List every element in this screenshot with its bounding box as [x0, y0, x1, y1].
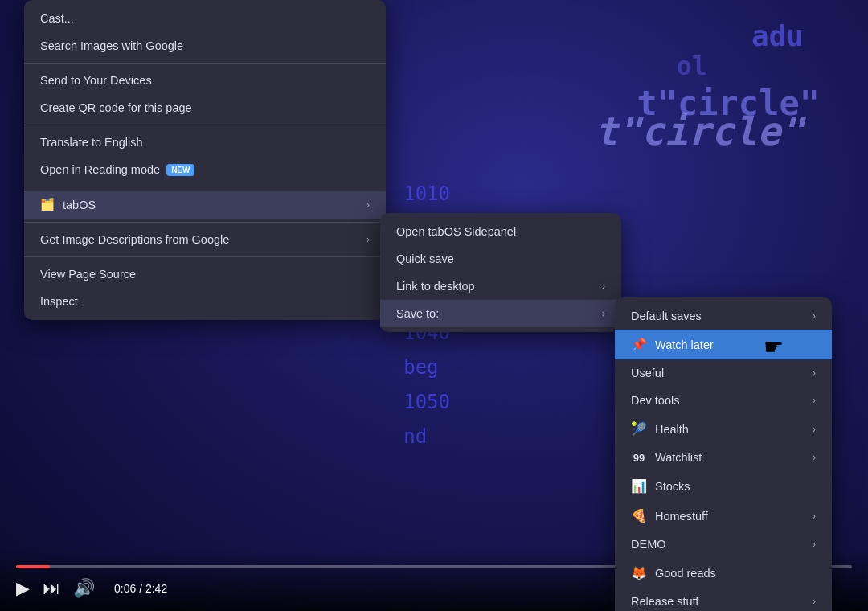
- menu-cast-label: Cast...: [40, 12, 74, 25]
- menu-good-reads[interactable]: 🦊 Good reads: [615, 558, 832, 588]
- divider-3: [24, 187, 386, 187]
- menu-dev-tools-label: Dev tools: [631, 394, 679, 407]
- menu-cast[interactable]: Cast...: [24, 5, 386, 32]
- menu-tabos-label: tabOS: [63, 199, 96, 211]
- menu-release-stuff-label: Release stuff: [631, 595, 698, 608]
- menu-image-descriptions-label: Get Image Descriptions from Google: [40, 233, 229, 246]
- menu-watchlist-label: Watchlist: [655, 451, 702, 464]
- bg-text-code: t"circle": [595, 105, 804, 158]
- menu-default-saves-label: Default saves: [631, 310, 702, 322]
- play-button[interactable]: ▶: [16, 578, 30, 599]
- context-menu-primary: Cast... Search Images with Google Send t…: [24, 0, 386, 320]
- menu-dev-tools[interactable]: Dev tools ›: [615, 387, 832, 414]
- menu-link-to-desktop[interactable]: Link to desktop ›: [380, 273, 621, 300]
- menu-useful-label: Useful: [631, 367, 664, 379]
- stocks-icon: 📊: [631, 478, 647, 494]
- menu-quick-save-label: Quick save: [396, 252, 454, 265]
- menu-demo[interactable]: DEMO ›: [615, 531, 832, 558]
- tabos-arrow-icon: ›: [366, 199, 370, 211]
- divider-5: [24, 256, 386, 257]
- menu-search-images[interactable]: Search Images with Google: [24, 32, 386, 59]
- menu-health-label: Health: [655, 423, 689, 436]
- health-arrow-icon: ›: [813, 424, 816, 435]
- menu-image-descriptions[interactable]: Get Image Descriptions from Google ›: [24, 226, 386, 253]
- link-desktop-arrow-icon: ›: [602, 281, 605, 292]
- dev-tools-arrow-icon: ›: [813, 395, 816, 406]
- watchlist-icon: 99: [631, 452, 647, 464]
- menu-watch-later-label: Watch later: [655, 338, 714, 351]
- menu-send-devices-label: Send to Your Devices: [40, 74, 152, 87]
- menu-search-images-label: Search Images with Google: [40, 39, 183, 52]
- demo-arrow-icon: ›: [813, 539, 816, 550]
- bg-text-3: ol: [676, 48, 707, 84]
- divider-2: [24, 125, 386, 125]
- menu-open-sidepanel[interactable]: Open tabOS Sidepanel: [380, 218, 621, 245]
- homestuff-icon: 🍕: [631, 508, 647, 523]
- menu-tabos[interactable]: 🗂️ tabOS ›: [24, 191, 386, 219]
- time-display: 0:06 / 2:42: [114, 582, 167, 595]
- menu-view-source-label: View Page Source: [40, 268, 136, 281]
- menu-stocks[interactable]: 📊 Stocks: [615, 471, 832, 501]
- menu-translate[interactable]: Translate to English: [24, 129, 386, 156]
- bg-text-1: adu: [751, 16, 804, 56]
- menu-translate-label: Translate to English: [40, 136, 143, 149]
- menu-inspect[interactable]: Inspect: [24, 288, 386, 315]
- menu-reading-mode-label: Open in Reading mode: [40, 163, 160, 176]
- divider-4: [24, 222, 386, 223]
- default-saves-arrow-icon: ›: [813, 310, 816, 322]
- menu-qr-code-label: Create QR code for this page: [40, 101, 192, 114]
- divider-1: [24, 63, 386, 64]
- context-menu-tertiary: Default saves › 📌 Watch later Useful › D…: [615, 297, 832, 611]
- progress-fill: [16, 565, 50, 568]
- menu-stocks-label: Stocks: [655, 480, 690, 493]
- menu-save-to-label: Save to:: [396, 307, 439, 320]
- menu-watch-later[interactable]: 📌 Watch later: [615, 330, 832, 359]
- image-desc-arrow-icon: ›: [366, 234, 370, 245]
- menu-qr-code[interactable]: Create QR code for this page: [24, 94, 386, 121]
- watch-later-icon: 📌: [631, 337, 647, 352]
- menu-homestuff-label: Homestuff: [655, 510, 708, 523]
- menu-release-stuff[interactable]: Release stuff ›: [615, 588, 832, 611]
- good-reads-icon: 🦊: [631, 565, 647, 580]
- volume-button[interactable]: 🔊: [73, 578, 95, 599]
- menu-demo-label: DEMO: [631, 538, 666, 551]
- menu-good-reads-label: Good reads: [655, 567, 716, 580]
- health-icon: 🎾: [631, 421, 647, 437]
- menu-default-saves[interactable]: Default saves ›: [615, 302, 832, 330]
- save-to-arrow-icon: ›: [602, 308, 605, 319]
- next-button[interactable]: ⏭: [43, 578, 60, 599]
- menu-open-sidepanel-label: Open tabOS Sidepanel: [396, 225, 516, 238]
- menu-useful[interactable]: Useful ›: [615, 359, 832, 387]
- menu-quick-save[interactable]: Quick save: [380, 245, 621, 273]
- menu-link-to-desktop-label: Link to desktop: [396, 280, 475, 293]
- menu-send-devices[interactable]: Send to Your Devices: [24, 67, 386, 94]
- menu-view-source[interactable]: View Page Source: [24, 260, 386, 288]
- watchlist-arrow-icon: ›: [813, 452, 816, 463]
- context-menu-secondary: Open tabOS Sidepanel Quick save Link to …: [380, 213, 621, 332]
- menu-health[interactable]: 🎾 Health ›: [615, 414, 832, 444]
- release-stuff-arrow-icon: ›: [813, 596, 816, 607]
- useful-arrow-icon: ›: [813, 367, 816, 379]
- menu-watchlist[interactable]: 99 Watchlist ›: [615, 444, 832, 471]
- menu-homestuff[interactable]: 🍕 Homestuff ›: [615, 501, 832, 531]
- menu-inspect-label: Inspect: [40, 295, 78, 308]
- reading-mode-badge: NEW: [166, 164, 194, 176]
- menu-save-to[interactable]: Save to: ›: [380, 300, 621, 327]
- homestuff-arrow-icon: ›: [813, 511, 816, 522]
- menu-reading-mode[interactable]: Open in Reading mode NEW: [24, 156, 386, 183]
